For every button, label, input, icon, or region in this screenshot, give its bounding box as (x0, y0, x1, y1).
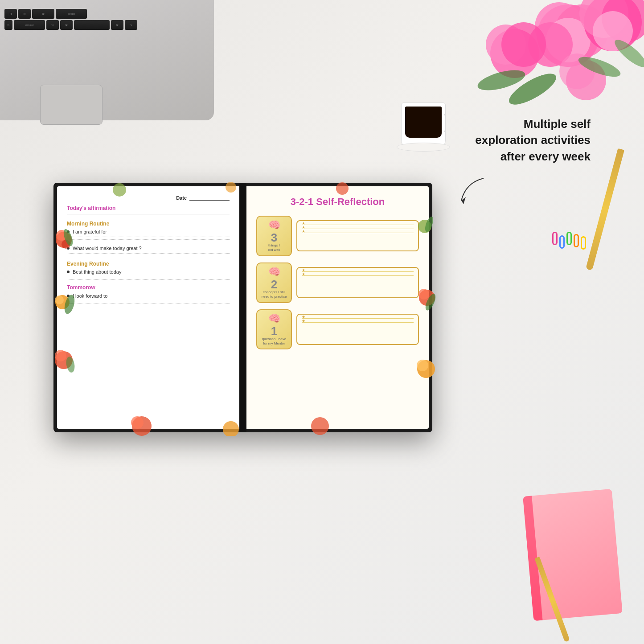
reflection-row-3: 🧠 3 things Idid well (256, 216, 419, 256)
tomorrow-title: Tommorow (67, 284, 230, 291)
keyboard: B N ⌘ option fn control ⌥ ⌘ ⌘ ⌥ (4, 9, 138, 80)
laptop: B N ⌘ option fn control ⌥ ⌘ ⌘ ⌥ (0, 0, 223, 125)
coffee-area (394, 80, 457, 152)
input-box-3 (296, 220, 419, 251)
key-option: option (56, 9, 87, 19)
input-shadow-2 (299, 270, 420, 299)
label-3: things Idid well (268, 243, 280, 253)
coffee-liquid (405, 107, 442, 138)
morning-title: Morning Routine (67, 221, 230, 227)
date-input-line (189, 195, 230, 201)
number-box-1: 🧠 1 question I havefor my Mentor (256, 309, 292, 350)
tomorrow-item-1: I look forward to (67, 293, 230, 299)
input-line-3a (302, 225, 414, 225)
number-1: 1 (271, 325, 277, 337)
input-line-1b (302, 322, 414, 323)
reflection-row-1: 🧠 1 question I havefor my Mentor (256, 309, 419, 350)
morning-item-2: What would make today great ? (67, 246, 230, 251)
number-box-3: 🧠 3 things Idid well (256, 216, 292, 256)
dotted-5 (67, 277, 230, 277)
input-line-3b (302, 229, 414, 229)
brain-icon-1: 🧠 (268, 313, 280, 324)
right-page: 3-2-1 Self-Reflection 🧠 3 things Idid we… (246, 186, 429, 429)
dotted-4 (67, 256, 230, 256)
input-line-2a (302, 271, 414, 272)
brain-icon-2: 🧠 (268, 266, 280, 278)
input-wrapper-2 (296, 267, 419, 298)
input-wrapper-1 (296, 314, 419, 345)
affirmation-title: Today's affirmation (67, 205, 230, 211)
key-b: B (4, 9, 17, 19)
clip-blue (559, 235, 565, 249)
trackpad (40, 85, 103, 125)
bullet-dot-4 (67, 295, 70, 297)
input-wrapper-3 (296, 220, 419, 251)
date-row: Date (67, 195, 230, 201)
svg-point-11 (501, 22, 546, 67)
dotted-2 (67, 239, 230, 240)
key-cmd3: ⌘ (111, 20, 123, 30)
journal-book: Date Today's affirmation Morning Routine… (53, 183, 432, 432)
number-2: 2 (271, 279, 277, 290)
left-page: Date Today's affirmation Morning Routine… (57, 186, 239, 429)
evening-item-1: Best thing about today (67, 269, 230, 275)
self-reflection-title: 3-2-1 Self-Reflection (256, 196, 419, 208)
number-3: 3 (271, 232, 277, 243)
book-spine (239, 183, 246, 432)
key-fn: fn (4, 20, 12, 30)
key-cmd: ⌘ (32, 9, 54, 19)
paperclips (552, 232, 586, 250)
number-box-2: 🧠 2 concepts I stillneed to practice (256, 263, 292, 303)
dotted-1 (67, 237, 230, 237)
bullet-dot-1 (67, 230, 70, 233)
label-2: concepts I stillneed to practice (262, 290, 287, 299)
key-ctrl: control (14, 20, 45, 30)
input-line-2b (302, 275, 414, 276)
evening-title: Evening Routine (67, 261, 230, 267)
affirmation-line (67, 214, 230, 214)
input-shadow-3 (299, 223, 420, 252)
clip-green (566, 232, 572, 245)
clip-orange (574, 234, 579, 247)
dotted-3 (67, 253, 230, 254)
key-space (74, 20, 110, 30)
dotted-6 (67, 279, 230, 280)
input-shadow-1 (299, 316, 420, 346)
annotation-arrow (457, 174, 492, 209)
morning-item-1: I am grateful for (67, 229, 230, 234)
coffee-cup (401, 103, 446, 147)
input-box-1 (296, 314, 419, 345)
bullet-dot-3 (67, 271, 70, 273)
bullet-dot-2 (67, 247, 70, 250)
dotted-7 (67, 301, 230, 301)
input-line-3c (302, 233, 414, 233)
key-cmd2: ⌘ (60, 20, 73, 30)
clip-pink (552, 232, 558, 245)
input-line-1a (302, 318, 414, 319)
pink-notebook (523, 489, 623, 621)
key-n: N (18, 9, 31, 19)
annotation-text: Multiple self exploration activities aft… (475, 116, 591, 164)
dotted-8 (67, 304, 230, 304)
key-opt3: ⌥ (125, 20, 137, 30)
label-1: question I havefor my Mentor (262, 337, 286, 346)
coffee-saucer (397, 143, 450, 152)
brain-icon-3: 🧠 (268, 219, 280, 231)
key-opt2: ⌥ (46, 20, 59, 30)
cup-handle (444, 114, 446, 132)
reflection-row-2: 🧠 2 concepts I stillneed to practice (256, 263, 419, 303)
date-label: Date (176, 195, 187, 201)
input-box-2 (296, 267, 419, 298)
clip-yellow (581, 236, 586, 250)
